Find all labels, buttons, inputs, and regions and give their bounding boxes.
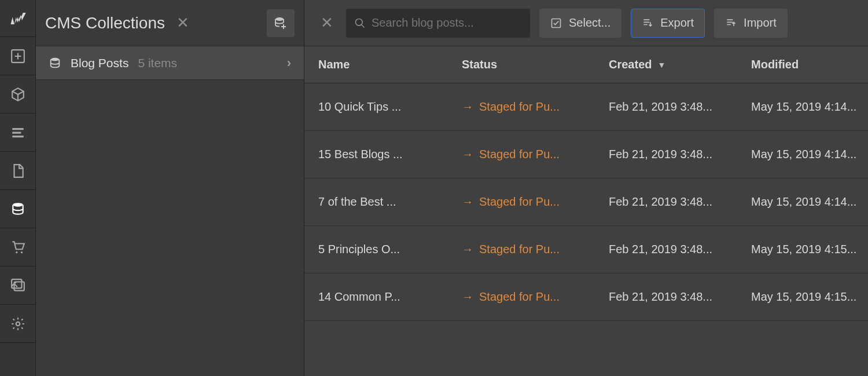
table-header: Name Status Created ▼ Modified <box>304 46 868 83</box>
search-input[interactable] <box>372 16 522 30</box>
arrow-right-icon: → <box>462 243 473 256</box>
svg-point-3 <box>20 251 22 253</box>
cell-status: →Staged for Pu... <box>462 148 609 161</box>
cell-modified: May 15, 2019 4:15... <box>751 243 868 256</box>
table-row[interactable]: 10 Quick Tips ...→Staged for Pu...Feb 21… <box>304 83 868 131</box>
arrow-right-icon: → <box>462 290 473 304</box>
table-row[interactable]: 14 Common P...→Staged for Pu...Feb 21, 2… <box>304 273 868 321</box>
import-label: Import <box>744 16 777 30</box>
cell-status: →Staged for Pu... <box>462 243 609 256</box>
cell-name: 7 of the Best ... <box>318 195 462 209</box>
nav-navigator[interactable] <box>0 114 35 152</box>
add-collection-button[interactable] <box>267 9 295 37</box>
header-modified[interactable]: Modified <box>751 58 868 71</box>
webflow-logo[interactable] <box>0 0 35 37</box>
nav-symbols[interactable] <box>0 75 35 114</box>
collection-item-blog-posts[interactable]: Blog Posts 5 items › <box>36 46 304 80</box>
images-icon <box>10 278 25 293</box>
nav-assets[interactable] <box>0 267 35 305</box>
cell-name: 15 Best Blogs ... <box>318 148 462 161</box>
svg-point-6 <box>14 281 16 283</box>
table-body: 10 Quick Tips ...→Staged for Pu...Feb 21… <box>304 83 868 376</box>
database-icon <box>10 202 25 217</box>
cell-name: 10 Quick Tips ... <box>318 100 462 114</box>
svg-point-10 <box>356 19 363 25</box>
list-icon <box>10 125 25 140</box>
table-row[interactable]: 15 Best Blogs ...→Staged for Pu...Feb 21… <box>304 131 868 178</box>
toolbar-close-button[interactable]: ✕ <box>317 14 337 32</box>
export-icon <box>642 17 653 29</box>
cell-status: →Staged for Pu... <box>462 195 609 209</box>
arrow-right-icon: → <box>462 195 473 209</box>
cell-created: Feb 21, 2019 3:48... <box>609 100 751 114</box>
chevron-right-icon: › <box>287 56 291 71</box>
cell-modified: May 15, 2019 4:14... <box>751 148 868 161</box>
collection-count: 5 items <box>138 56 177 70</box>
database-plus-icon <box>274 16 288 30</box>
svg-point-7 <box>16 322 20 326</box>
search-wrap[interactable] <box>346 9 530 38</box>
cell-name: 14 Common P... <box>318 290 462 304</box>
gear-icon <box>10 316 25 331</box>
nav-ecommerce[interactable] <box>0 228 35 267</box>
table-row[interactable]: 7 of the Best ...→Staged for Pu...Feb 21… <box>304 178 868 226</box>
collections-panel: CMS Collections ✕ Blog Posts 5 items › <box>36 0 304 376</box>
sort-desc-icon: ▼ <box>657 60 665 70</box>
cell-name: 5 Principles O... <box>318 243 462 256</box>
toolbar: ✕ Select... Export Import <box>304 0 868 46</box>
app-root: CMS Collections ✕ Blog Posts 5 items › ✕… <box>0 0 868 376</box>
header-name[interactable]: Name <box>318 58 462 71</box>
cell-created: Feb 21, 2019 3:48... <box>609 148 751 161</box>
nav-rail <box>0 0 36 376</box>
panel-title: CMS Collections <box>45 14 165 32</box>
svg-point-8 <box>275 17 284 21</box>
cell-modified: May 15, 2019 4:14... <box>751 195 868 209</box>
plus-icon <box>10 49 25 64</box>
header-created[interactable]: Created ▼ <box>609 58 751 71</box>
svg-point-1 <box>13 203 23 207</box>
checkbox-icon <box>550 17 562 29</box>
database-icon <box>49 57 61 70</box>
svg-point-2 <box>16 251 17 253</box>
box-icon <box>10 87 25 102</box>
cell-created: Feb 21, 2019 3:48... <box>609 290 751 304</box>
search-icon <box>354 17 366 29</box>
cell-created: Feb 21, 2019 3:48... <box>609 195 751 209</box>
import-button[interactable]: Import <box>714 9 788 38</box>
table-row[interactable]: 5 Principles O...→Staged for Pu...Feb 21… <box>304 226 868 273</box>
import-icon <box>725 17 737 29</box>
page-icon <box>10 163 25 178</box>
cell-modified: May 15, 2019 4:15... <box>751 290 868 304</box>
cell-status: →Staged for Pu... <box>462 290 609 304</box>
nav-pages[interactable] <box>0 152 35 190</box>
svg-point-9 <box>51 57 60 61</box>
collection-name: Blog Posts <box>71 56 128 70</box>
arrow-right-icon: → <box>462 100 473 114</box>
cell-created: Feb 21, 2019 3:48... <box>609 243 751 256</box>
nav-settings[interactable] <box>0 305 35 343</box>
select-button[interactable]: Select... <box>539 9 621 38</box>
cell-modified: May 15, 2019 4:14... <box>751 100 868 114</box>
header-status[interactable]: Status <box>462 58 609 71</box>
cell-status: →Staged for Pu... <box>462 100 609 114</box>
panel-close-button[interactable]: ✕ <box>173 14 193 32</box>
main-area: ✕ Select... Export Import Name Status <box>304 0 868 376</box>
select-label: Select... <box>569 16 610 30</box>
arrow-right-icon: → <box>462 148 473 161</box>
nav-cms[interactable] <box>0 190 35 228</box>
panel-header: CMS Collections ✕ <box>36 0 304 46</box>
export-label: Export <box>660 16 694 30</box>
nav-add[interactable] <box>0 37 35 75</box>
export-button[interactable]: Export <box>631 9 705 38</box>
cart-icon <box>10 240 25 255</box>
